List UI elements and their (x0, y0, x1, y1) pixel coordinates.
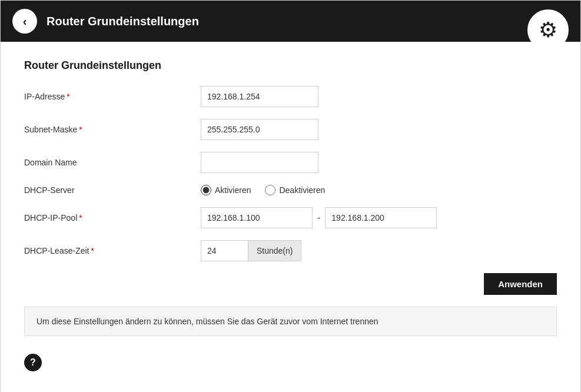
subnet-mask-label: Subnet-Maske* (24, 125, 201, 134)
ip-address-input[interactable] (201, 86, 318, 107)
help-button[interactable]: ? (24, 354, 42, 371)
section-title: Router Grundeinstellungen (24, 59, 557, 72)
gear-icon-container: ⚙ (527, 9, 569, 51)
dhcp-lease-required-star: * (91, 246, 94, 255)
dhcp-lease-input[interactable] (201, 240, 248, 261)
subnet-mask-group: Subnet-Maske* (24, 119, 557, 140)
dhcp-pool-required-star: * (79, 213, 82, 222)
dhcp-activate-text: Aktivieren (215, 185, 251, 195)
dhcp-server-label: DHCP-Server (24, 185, 201, 195)
domain-name-group: Domain Name (24, 152, 557, 173)
dhcp-pool-start-input[interactable] (201, 207, 313, 228)
header: ‹ Router Grundeinstellungen ⚙ (1, 1, 580, 42)
back-button[interactable]: ‹ (12, 9, 37, 34)
dhcp-lease-unit: Stunde(n) (248, 240, 301, 261)
dhcp-lease-label: DHCP-Lease-Zeit* (24, 246, 201, 255)
dhcp-pool-label: DHCP-IP-Pool* (24, 213, 201, 222)
dhcp-deactivate-label[interactable]: Deaktivieren (265, 185, 325, 195)
apply-button-row: Anwenden (24, 273, 557, 295)
content-area: Router Grundeinstellungen IP-Adresse* Su… (1, 42, 580, 392)
apply-button[interactable]: Anwenden (484, 273, 557, 295)
subnet-mask-input[interactable] (201, 119, 318, 140)
ip-required-star: * (67, 92, 69, 101)
dhcp-pool-separator: - (317, 212, 320, 223)
dhcp-pool-inputs: - (201, 207, 437, 228)
dhcp-pool-group: DHCP-IP-Pool* - (24, 207, 557, 228)
dhcp-deactivate-text: Deaktivieren (279, 185, 325, 195)
dhcp-lease-input-group: Stunde(n) (201, 240, 301, 261)
ip-address-label: IP-Adresse* (24, 92, 201, 101)
subnet-required-star: * (79, 125, 82, 134)
help-section: ? (24, 348, 557, 377)
dhcp-radio-group: Aktivieren Deaktivieren (201, 185, 325, 195)
gear-icon: ⚙ (539, 18, 557, 42)
dhcp-activate-label[interactable]: Aktivieren (201, 185, 251, 195)
dhcp-lease-group: DHCP-Lease-Zeit* Stunde(n) (24, 240, 557, 261)
header-left: ‹ Router Grundeinstellungen (12, 9, 199, 34)
info-box: Um diese Einstellungen ändern zu können,… (24, 307, 557, 336)
info-message: Um diese Einstellungen ändern zu können,… (36, 317, 379, 326)
domain-name-input[interactable] (201, 152, 318, 173)
dhcp-activate-radio[interactable] (201, 185, 211, 195)
dhcp-server-group: DHCP-Server Aktivieren Deaktivieren (24, 185, 557, 195)
dhcp-deactivate-radio[interactable] (265, 185, 275, 195)
back-icon: ‹ (23, 15, 27, 28)
domain-name-label: Domain Name (24, 158, 201, 167)
ip-address-group: IP-Adresse* (24, 86, 557, 107)
dhcp-pool-end-input[interactable] (325, 207, 437, 228)
header-title: Router Grundeinstellungen (47, 15, 199, 28)
